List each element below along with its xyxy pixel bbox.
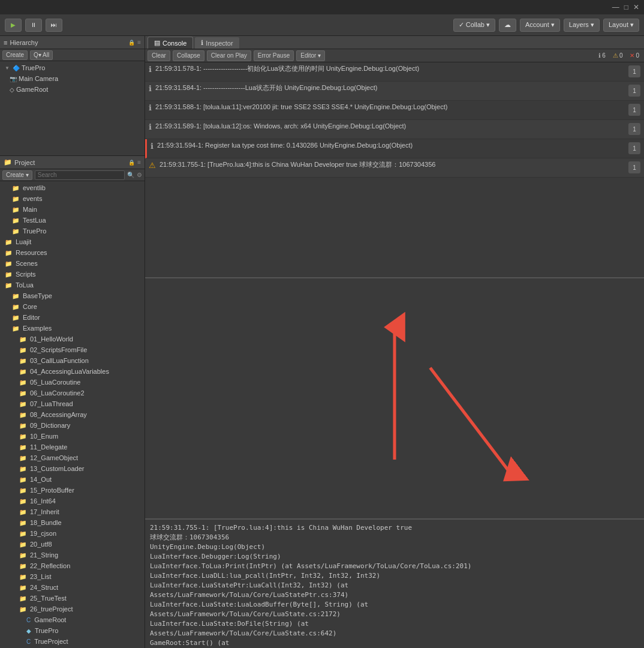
project-item-luajit[interactable]: 📁Luajit [0,236,145,247]
folder-icon: 📁 [19,466,26,472]
account-button[interactable]: Account ▾ [520,19,560,32]
project-item-20-utf8[interactable]: 📁20_utf8 [0,539,145,550]
project-item-testlua[interactable]: 📁TestLua [0,215,145,226]
close-button[interactable]: ✕ [633,3,639,11]
project-item-15-protobuffer[interactable]: 📁15_ProtoBuffer [0,485,145,496]
collab-button[interactable]: ✓ Collab ▾ [453,19,495,32]
editor-dropdown-button[interactable]: Editor ▾ [296,50,325,61]
project-item-events[interactable]: 📁events [0,193,145,204]
project-item-resources[interactable]: 📁Resources [0,247,145,258]
log-text: 21:59:31.588-1: [tolua.lua:11]:ver20100 … [155,103,625,112]
log-count-badge: 1 [628,161,640,173]
project-item-main[interactable]: 📁Main [0,204,145,215]
project-item-13-customloader[interactable]: 📁13_CustomLoader [0,463,145,474]
hierarchy-item-truepro[interactable]: ▼ 🔷 TruePro [0,62,145,73]
console-icon: ▤ [154,39,160,47]
project-item-19-cjson[interactable]: 📁19_cjson [0,528,145,539]
project-item-gameroot[interactable]: CGameRoot [0,614,145,625]
panel-menu-icon[interactable]: ≡ [137,39,141,46]
project-item-14-out[interactable]: 📁14_Out [0,474,145,485]
project-item-21-string[interactable]: 📁21_String [0,550,145,560]
detail-header-line: UnityEngine.Debug:Log(Object) [150,542,639,552]
log-entry-2[interactable]: ℹ21:59:31.588-1: [tolua.lua:11]:ver20100… [145,101,644,120]
tab-console[interactable]: ▤ Console [148,37,193,49]
project-item-core[interactable]: 📁Core [0,301,145,312]
project-item-04-accessingluavariables[interactable]: 📁04_AccessingLuaVariables [0,366,145,377]
project-item-09-dictionary[interactable]: 📁09_Dictionary [0,420,145,431]
project-item-12-gameobject[interactable]: 📁12_GameObject [0,452,145,463]
detail-header-line: 球球交流群：1067304356 [150,533,639,542]
project-item-16-int64[interactable]: 📁16_Int64 [0,496,145,506]
folder-icon: 📁 [5,260,12,267]
project-item-truepro[interactable]: 📁TruePro [0,226,145,236]
hierarchy-create-button[interactable]: Create [2,50,28,60]
log-entry-1[interactable]: ℹ21:59:31.584-1: -------------------Lua状… [145,82,644,101]
project-item-07-luathread[interactable]: 📁07_LuaThread [0,398,145,409]
project-item-06-luacoroutine2[interactable]: 📁06_LuaCoroutine2 [0,388,145,398]
project-item-10-enum[interactable]: 📁10_Enum [0,431,145,442]
project-item-08-accessingarray[interactable]: 📁08_AccessingArray [0,409,145,420]
project-item-17-inherit[interactable]: 📁17_Inherit [0,506,145,517]
project-item-examples[interactable]: 📁Examples [0,323,145,334]
play-button[interactable]: ▶ [5,19,22,32]
project-item-truepro[interactable]: ◆TruePro [0,625,145,636]
unity-icon: 🔷 [13,65,20,71]
project-item-22-reflection[interactable]: 📁22_Reflection [0,560,145,571]
inspector-icon: ℹ [201,39,203,47]
filter-icon[interactable]: ⚙ [137,172,142,178]
project-item-25-truetest[interactable]: 📁25_TrueTest [0,593,145,604]
project-item-eventlib[interactable]: 📁eventlib [0,182,145,193]
info-icon: ℹ [151,141,154,151]
project-search-input[interactable] [35,170,125,180]
project-item-05-luacoroutine[interactable]: 📁05_LuaCoroutine [0,377,145,388]
error-pause-button[interactable]: Error Pause [254,50,294,61]
cloud-button[interactable]: ☁ [499,19,516,32]
layout-button[interactable]: Layout ▾ [603,19,639,32]
detail-stack-line: LuaInterface.ToLua:Print(IntPtr) (at Ass… [150,562,639,571]
project-item-26-trueproject[interactable]: 📁26_trueProject [0,604,145,614]
clear-on-play-button[interactable]: Clear on Play [207,50,251,61]
log-entry-3[interactable]: ℹ21:59:31.589-1: [tolua.lua:12]:os: Wind… [145,120,644,139]
project-item-23-list[interactable]: 📁23_List [0,571,145,582]
folder-icon: 📁 [19,412,26,418]
project-item-03-callluafunction[interactable]: 📁03_CallLuaFunction [0,355,145,366]
folder-icon: 📁 [12,217,19,224]
project-item-scripts[interactable]: 📁Scripts [0,269,145,280]
detail-stack-line: GameRoot:Start() (at [150,638,639,648]
log-entry-5[interactable]: ⚠21:59:31.755-1: [TruePro.lua:4]:this is… [145,158,644,178]
hierarchy-item-main-camera[interactable]: 📷 Main Camera [0,73,145,84]
detail-stack-line: LuaInterface.LuaStatePtr:LuaCall(Int32, … [150,581,639,590]
search-icon: 🔍 [127,172,134,178]
hierarchy-item-gameroot[interactable]: ◇ GameRoot [0,84,145,95]
project-item-basetype[interactable]: 📁BaseType [0,290,145,301]
project-lock-icon[interactable]: 🔒 [128,160,135,166]
hierarchy-all-button[interactable]: Q▾ All [30,50,53,60]
tab-inspector[interactable]: ℹ Inspector [194,37,239,49]
folder-icon: 📁 [12,325,19,332]
project-item-24-struct[interactable]: 📁24_Struct [0,582,145,593]
project-menu-icon[interactable]: ≡ [137,159,141,166]
project-item-01-helloworld[interactable]: 📁01_HelloWorld [0,334,145,344]
project-item-trueproject[interactable]: CTrueProject [0,636,145,647]
log-entry-0[interactable]: ℹ21:59:31.578-1: --------------------初始化… [145,62,644,82]
project-item-tolua[interactable]: 📁ToLua [0,280,145,290]
lock-icon[interactable]: 🔒 [128,40,135,46]
minimize-button[interactable]: — [612,3,619,11]
pause-button[interactable]: ⏸ [25,19,42,32]
project-item-18-bundle[interactable]: 📁18_Bundle [0,517,145,528]
maximize-button[interactable]: □ [624,3,628,11]
log-entry-4[interactable]: ℹ21:59:31.594-1: Register lua type cost … [145,139,644,158]
step-button[interactable]: ⏭ [46,19,62,32]
hierarchy-content: ▼ 🔷 TruePro 📷 Main Camera ◇ GameRoot [0,61,145,155]
project-item-02-scriptsfromfile[interactable]: 📁02_ScriptsFromFile [0,344,145,355]
clear-button[interactable]: Clear [148,50,170,61]
console-detail: 21:59:31.755-1: [TruePro.lua:4]:this is … [145,518,644,648]
hierarchy-title: Hierarchy [10,39,38,46]
project-item-editor[interactable]: 📁Editor [0,312,145,323]
project-item-scenes[interactable]: 📁Scenes [0,258,145,269]
collapse-button[interactable]: Collapse [173,50,204,61]
project-create-button[interactable]: Create ▾ [2,170,32,180]
layers-button[interactable]: Layers ▾ [564,19,600,32]
tab-bar: ▤ Console ℹ Inspector [145,36,644,49]
project-item-11-delegate[interactable]: 📁11_Delegate [0,442,145,452]
